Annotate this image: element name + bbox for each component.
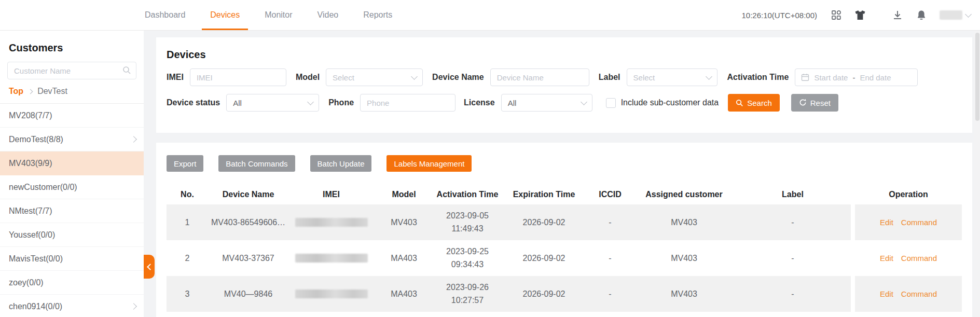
device-status-label: Device status xyxy=(167,98,220,107)
cell-expiration-time: 2026-09-02 xyxy=(501,240,587,276)
model-select[interactable]: Select xyxy=(326,68,423,86)
activation-clock: 11:49:43 xyxy=(451,223,483,236)
cell-activation-time: 2023-09-0511:49:43 xyxy=(434,204,501,240)
imei-redacted-blur xyxy=(295,254,368,263)
cell-assigned-customer: MV403 xyxy=(633,204,735,240)
device-status-select[interactable]: All xyxy=(226,94,319,112)
cell-label: - xyxy=(735,276,851,312)
sidebar-item-newcustomer[interactable]: newCustomer(0/0) xyxy=(0,175,144,199)
tab-dashboard[interactable]: Dashboard xyxy=(132,0,198,30)
table-toolbar: Export Batch Commands Batch Update Label… xyxy=(167,143,962,172)
page-scrollbar-thumb[interactable] xyxy=(975,33,979,121)
customer-name: DemoTest(8/8) xyxy=(9,135,63,144)
customer-name: MV403(9/9) xyxy=(9,159,52,168)
user-menu[interactable] xyxy=(940,10,971,20)
edit-link[interactable]: Edit xyxy=(880,290,893,298)
cell-label: - xyxy=(735,240,851,276)
imei-label: IMEI xyxy=(167,73,184,82)
customer-list: MV208(7/7)DemoTest(8/8)MV403(9/9)newCust… xyxy=(0,104,144,317)
cell-imei xyxy=(288,240,374,276)
sidebar-item-mv208[interactable]: MV208(7/7) xyxy=(0,104,144,128)
customer-search xyxy=(7,62,136,79)
label-select[interactable]: Select xyxy=(627,68,717,86)
devices-table-panel: Export Batch Commands Batch Update Label… xyxy=(156,143,972,317)
batch-commands-button[interactable]: Batch Commands xyxy=(218,155,295,172)
customer-name: Youssef(0/0) xyxy=(9,230,55,240)
customer-name: zoey(0/0) xyxy=(9,278,44,287)
command-link[interactable]: Command xyxy=(901,254,937,263)
table-body: 1MV403-86549606…MV4032023-09-0511:49:432… xyxy=(167,204,962,312)
batch-update-button[interactable]: Batch Update xyxy=(310,155,372,172)
breadcrumb-chevron-icon xyxy=(28,89,33,94)
edit-link[interactable]: Edit xyxy=(880,254,893,263)
sidebar-item-youssef[interactable]: Youssef(0/0) xyxy=(0,223,144,247)
imei-input[interactable] xyxy=(190,68,286,86)
apps-grid-icon[interactable] xyxy=(831,9,842,21)
edit-link[interactable]: Edit xyxy=(880,218,893,227)
bell-icon[interactable] xyxy=(916,9,927,21)
table-row: 2MV403-37367MA4032023-09-2509:34:432026-… xyxy=(167,240,962,276)
license-select[interactable]: All xyxy=(501,94,592,112)
cell-model: MA403 xyxy=(374,276,434,312)
customers-sidebar: Customers Top DevTest MV208(7/7)DemoTest… xyxy=(0,31,144,317)
activation-date-range[interactable]: Start date - End date xyxy=(795,68,918,86)
tab-reports[interactable]: Reports xyxy=(351,0,405,30)
sidebar-item-demotest[interactable]: DemoTest(8/8) xyxy=(0,128,144,151)
table-row: 1MV403-86549606…MV4032023-09-0511:49:432… xyxy=(167,204,962,240)
cell-operation: EditCommand xyxy=(855,204,962,240)
customer-name: newCustomer(0/0) xyxy=(9,183,77,192)
main-content: Devices IMEI Model Select Device Name La… xyxy=(156,31,972,317)
search-icon xyxy=(736,99,743,107)
activation-date: 2023-09-05 xyxy=(446,210,489,223)
shirt-icon[interactable] xyxy=(854,9,866,21)
cell-imei xyxy=(288,276,374,312)
tab-monitor[interactable]: Monitor xyxy=(252,0,305,30)
cell-activation-time: 2023-09-2509:34:43 xyxy=(434,240,501,276)
sidebar-item-mv403[interactable]: MV403(9/9) xyxy=(0,151,144,175)
phone-label: Phone xyxy=(328,98,354,107)
sidebar-item-chen0914[interactable]: chen0914(0/0) xyxy=(0,295,144,317)
cell-no: 2 xyxy=(167,240,208,276)
sidebar-collapse-button[interactable] xyxy=(144,255,155,279)
table-header-row: No.Device NameIMEIModelActivation TimeEx… xyxy=(167,185,962,204)
column-header-device-name: Device Name xyxy=(208,185,288,204)
devices-filter-panel: Devices IMEI Model Select Device Name La… xyxy=(156,37,972,133)
table-header-main: No.Device NameIMEIModelActivation TimeEx… xyxy=(167,185,851,204)
cell-iccid: - xyxy=(587,276,633,312)
calendar-icon xyxy=(801,73,809,81)
filter-row-2: Device status All Phone License All Incl… xyxy=(167,94,962,112)
column-header-iccid: ICCID xyxy=(587,185,633,204)
page-scrollbar[interactable] xyxy=(974,31,980,317)
device-name-text: MV403-37367 xyxy=(222,254,274,263)
date-separator: - xyxy=(852,73,855,82)
search-button[interactable]: Search xyxy=(728,94,780,112)
cell-iccid: - xyxy=(587,204,633,240)
top-bar: DashboardDevicesMonitorVideoReports 10:2… xyxy=(0,0,980,31)
tab-devices[interactable]: Devices xyxy=(198,0,252,30)
tab-video[interactable]: Video xyxy=(305,0,351,30)
labels-management-button[interactable]: Labels Management xyxy=(387,155,472,172)
breadcrumb-top[interactable]: Top xyxy=(9,87,23,96)
page-title: Devices xyxy=(167,37,962,61)
customer-search-input[interactable] xyxy=(7,62,136,79)
cell-iccid: - xyxy=(587,240,633,276)
sidebar-item-zoey[interactable]: zoey(0/0) xyxy=(0,271,144,295)
imei-redacted-blur xyxy=(295,218,368,227)
command-link[interactable]: Command xyxy=(901,290,937,298)
cell-imei xyxy=(288,204,374,240)
export-button[interactable]: Export xyxy=(167,155,203,172)
download-icon[interactable] xyxy=(892,9,903,21)
activation-clock: 09:34:43 xyxy=(451,258,484,271)
device-name-input[interactable] xyxy=(490,68,589,86)
include-sub-customer-checkbox[interactable] xyxy=(606,98,616,108)
reset-button[interactable]: Reset xyxy=(791,94,838,112)
activation-clock: 10:27:57 xyxy=(451,294,484,307)
label-label: Label xyxy=(599,73,620,82)
sidebar-item-mavistest[interactable]: MavisTest(0/0) xyxy=(0,247,144,271)
phone-input[interactable] xyxy=(360,94,456,112)
command-link[interactable]: Command xyxy=(901,218,937,227)
sidebar-item-nmtest[interactable]: NMtest(7/7) xyxy=(0,199,144,223)
column-header-operation: Operation xyxy=(855,185,962,204)
cell-expiration-time: 2026-09-02 xyxy=(501,204,587,240)
end-date-placeholder: End date xyxy=(860,73,891,82)
